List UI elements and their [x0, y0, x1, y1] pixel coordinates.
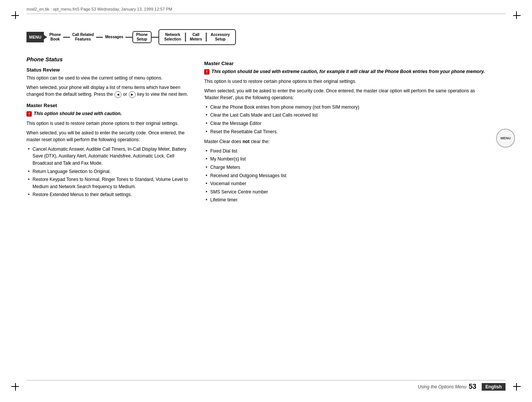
nav-divider-2 — [206, 33, 207, 42]
bullet-item: Clear the Phone Book entries from phone … — [204, 104, 487, 111]
nav-connector-4 — [152, 37, 158, 38]
nav-divider-1 — [185, 33, 186, 42]
master-reset-para2: When selected, you will be asked to ente… — [26, 129, 193, 143]
footer-language: English — [482, 383, 506, 391]
section-title: Phone Status — [26, 56, 193, 62]
nav-item-accessory-setup[interactable]: Accessory Setup — [208, 31, 232, 43]
bullet-item: Clear the Message Editor — [204, 120, 487, 127]
nav-item-call-related[interactable]: Call Related Features — [70, 31, 96, 43]
arrow-left-key: ◄ — [115, 91, 121, 98]
master-clear-not-bullets: Fixed Dial list My Number(s) list Charge… — [204, 148, 487, 204]
status-review-para2: When selected, your phone will display a… — [26, 84, 193, 98]
nav-right-box: Network Selection Call Meters Accessory … — [158, 29, 236, 45]
page-footer: Using the Options Menu 53 English — [26, 380, 506, 391]
not-bold: not — [242, 139, 251, 144]
bullet-item: Restore Extended Menus to their default … — [26, 191, 193, 198]
bullet-item: Reset the Resettable Call Timers. — [204, 128, 487, 136]
left-column: Phone Status Status Review This option c… — [26, 56, 193, 379]
nav-item-network-selection[interactable]: Network Selection — [162, 31, 183, 43]
corner-mark-tr — [509, 11, 521, 23]
master-clear-title: Master Clear — [204, 61, 487, 66]
master-reset-para1: This option is used to restore certain p… — [26, 120, 193, 127]
nav-connector-3 — [126, 37, 132, 38]
master-reset-bullets: Cancel Automatic Answer, Audible Call Ti… — [26, 146, 193, 198]
nav-area: MENU Phone Book Call Related Features Me… — [26, 26, 487, 48]
page-header: mod2_en.bk : opt_menu.fm5 Page 53 Wednes… — [26, 7, 506, 14]
not-clear-line: Master Clear does not clear the: — [204, 138, 487, 145]
bullet-item: Lifetime timer. — [204, 196, 487, 204]
bullet-item: SMS Service Centre number — [204, 189, 487, 196]
bullet-item: Return Language Selection to Original. — [26, 168, 193, 175]
bullet-item: Clear the Last Calls Made and Last Calls… — [204, 112, 487, 119]
bullet-item: Charge Meters — [204, 164, 487, 171]
menu-label: MENU — [26, 32, 44, 42]
status-review-title: Status Review — [26, 67, 193, 73]
warning-icon-left: ! — [26, 111, 32, 117]
master-reset-warning: ! This option should be used with cautio… — [26, 110, 193, 117]
side-menu-icon: MENU — [496, 129, 515, 148]
main-content: Phone Status Status Review This option c… — [26, 56, 487, 379]
nav-item-phone-setup[interactable]: Phone Setup — [132, 31, 152, 43]
nav-item-messages[interactable]: Messages — [103, 34, 126, 41]
bullet-item: My Number(s) list — [204, 156, 487, 163]
bullet-item: Voicemail number — [204, 180, 487, 187]
bullet-item: Received and Outgoing Messages list — [204, 172, 487, 179]
master-reset-title: Master Reset — [26, 103, 193, 108]
warning-icon-right: ! — [204, 69, 209, 75]
arrow-right-key: ► — [129, 91, 136, 98]
master-clear-para2: When selected, you will be asked to ente… — [204, 87, 487, 101]
header-text: mod2_en.bk : opt_menu.fm5 Page 53 Wednes… — [26, 7, 172, 11]
bullet-item: Cancel Automatic Answer, Audible Call Ti… — [26, 146, 193, 167]
master-clear-warning: ! This option should be used with extrem… — [204, 68, 487, 75]
right-column: Master Clear ! This option should be use… — [204, 56, 487, 379]
corner-mark-br — [509, 379, 521, 391]
nav-bar: MENU Phone Book Call Related Features Me… — [26, 26, 487, 48]
page-number: 53 — [469, 383, 476, 391]
master-clear-ops-bullets: Clear the Phone Book entries from phone … — [204, 104, 487, 135]
nav-item-phone-book[interactable]: Phone Book — [47, 31, 63, 43]
nav-connector-1 — [63, 37, 70, 38]
bullet-item: Restore Keypad Tones to Normal, Ringer T… — [26, 176, 193, 190]
footer-text: Using the Options Menu — [418, 384, 467, 390]
master-clear-para1: This option is used to restore certain p… — [204, 78, 487, 85]
nav-connector-2 — [96, 37, 103, 38]
corner-mark-bl — [11, 379, 23, 391]
nav-item-call-meters[interactable]: Call Meters — [188, 31, 204, 43]
bullet-item: Fixed Dial list — [204, 148, 487, 155]
corner-mark-tl — [11, 11, 23, 23]
status-review-para1: This option can be used to view the curr… — [26, 75, 193, 82]
